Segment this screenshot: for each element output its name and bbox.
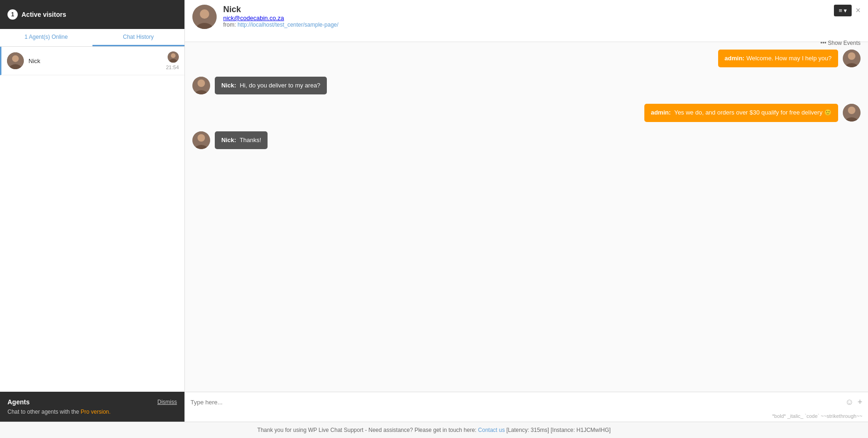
svg-point-1: [12, 55, 19, 62]
chat-user-name: Nick: [28, 57, 166, 65]
chat-input-icons: ☺ +: [845, 397, 862, 407]
header-actions: ≡ ▾ ×: [834, 5, 861, 16]
chat-list: Nick 21:54: [0, 47, 184, 392]
chat-item-meta: 21:54: [166, 51, 179, 70]
menu-button[interactable]: ≡ ▾: [834, 5, 852, 16]
agents-title: Agents: [7, 398, 29, 406]
chat-input-area: ☺ + *bold* _italic_ `code` ~~strikethrou…: [185, 392, 868, 422]
message-bubble: Nick: Hi, do you deliver to my area?: [215, 77, 327, 94]
svg-point-16: [848, 107, 855, 114]
message-sender: admin:: [651, 109, 671, 116]
active-visitors-label: Active visitors: [21, 11, 66, 18]
dismiss-link[interactable]: Dismiss: [157, 399, 177, 405]
sidebar-header: 1 Active visitors: [0, 0, 184, 29]
footer-bar: Thank you for using WP Live Chat Support…: [0, 422, 868, 438]
agent-avatar-small: [168, 51, 179, 63]
footer-text: Thank you for using WP Live Chat Support…: [257, 427, 476, 433]
close-button[interactable]: ×: [855, 6, 861, 15]
chat-time: 21:54: [166, 65, 179, 70]
chat-header: Nick nick@codecabin.co.za from: http://l…: [185, 0, 868, 42]
message-row: admin: Yes we do, and orders over $30 qu…: [192, 104, 861, 122]
svg-point-7: [200, 9, 209, 19]
tab-agents-online[interactable]: 1 Agent(s) Online: [0, 29, 92, 46]
active-count-badge: 1: [7, 9, 18, 20]
chat-input-toolbar: *bold* _italic_ `code` ~~strikethrough~~: [185, 412, 868, 422]
message-sender: Nick:: [221, 82, 236, 89]
header-user-email: nick@codecabin.co.za: [223, 14, 834, 22]
user-avatar-image: [7, 52, 24, 69]
message-row: admin:Welcome. How may I help you?: [192, 50, 861, 67]
agent-avatar-msg: [843, 50, 861, 67]
tab-chat-history[interactable]: Chat History: [92, 29, 185, 46]
emoji-icon[interactable]: ☺: [845, 397, 854, 407]
agent-avatar-msg: [843, 104, 861, 122]
message-bubble: Nick: Thanks!: [215, 131, 268, 149]
user-avatar-msg: [192, 77, 210, 94]
user-avatar-msg: [192, 131, 210, 149]
header-from-url[interactable]: http://localhost/test_center/sample-page…: [238, 22, 339, 28]
svg-point-4: [171, 53, 176, 58]
sidebar-tabs: 1 Agent(s) Online Chat History: [0, 29, 184, 47]
svg-point-19: [198, 134, 205, 142]
agents-header: Agents Dismiss: [7, 398, 177, 406]
agents-pro-text: Chat to other agents with the Pro versio…: [7, 409, 177, 415]
contact-us-link[interactable]: Contact us: [478, 427, 505, 433]
chat-area: Nick nick@codecabin.co.za from: http://l…: [184, 0, 868, 422]
header-user-avatar: [192, 5, 217, 29]
chat-list-item[interactable]: Nick 21:54: [0, 47, 184, 75]
message-bubble: admin: Yes we do, and orders over $30 qu…: [644, 104, 838, 122]
chat-input[interactable]: [191, 396, 845, 409]
svg-point-13: [198, 79, 205, 87]
agents-section: Agents Dismiss Chat to other agents with…: [0, 392, 184, 422]
message-row: Nick: Thanks!: [192, 131, 861, 149]
chat-input-row: ☺ +: [185, 392, 868, 412]
show-events-link[interactable]: ••• Show Events: [820, 40, 861, 46]
svg-point-10: [848, 52, 855, 60]
message-sender: admin:: [725, 55, 745, 62]
header-from: from: http://localhost/test_center/sampl…: [223, 22, 834, 28]
pro-version-link[interactable]: Pro version.: [81, 409, 111, 415]
header-user-name: Nick: [223, 5, 834, 14]
add-icon[interactable]: +: [857, 397, 862, 407]
chat-messages: admin:Welcome. How may I help you? Nick:…: [185, 42, 868, 392]
message-sender: Nick:: [221, 136, 236, 144]
footer-latency: [Latency: 315ms] [Instance: H1JCMwIHG]: [507, 427, 611, 433]
header-user-info: Nick nick@codecabin.co.za from: http://l…: [223, 5, 834, 28]
message-row: Nick: Hi, do you deliver to my area?: [192, 77, 861, 94]
sidebar: 1 Active visitors 1 Agent(s) Online Chat…: [0, 0, 184, 422]
avatar: [7, 52, 24, 69]
message-bubble: admin:Welcome. How may I help you?: [718, 50, 838, 67]
